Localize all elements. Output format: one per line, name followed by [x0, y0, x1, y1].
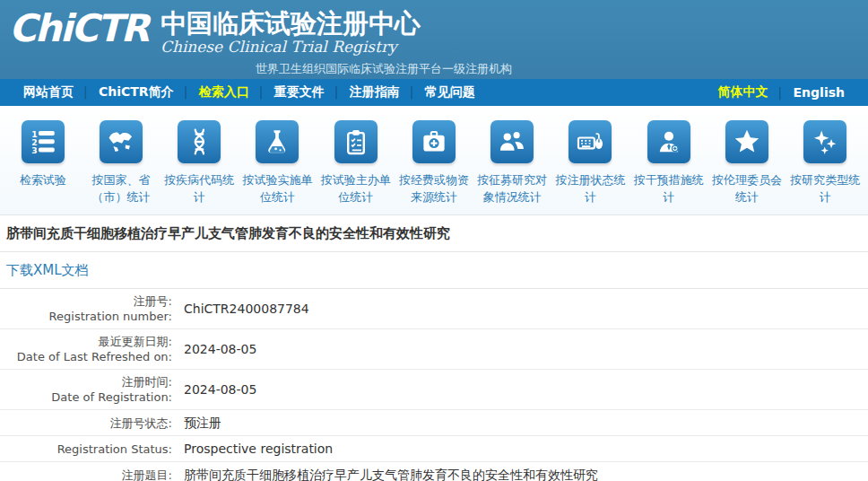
table-row: 注册号状态: 预注册	[0, 410, 868, 436]
row-label-zh: 注册号:	[0, 293, 172, 309]
flask-icon	[256, 120, 299, 163]
language-option[interactable]: 简体中文	[706, 84, 781, 101]
statistics-toolbar: 123 检索试验 按国家、省（市）统计 按疾病代码统计 按试验实施单位统计 按试…	[0, 106, 868, 215]
row-label-en: Date of Last Refreshed on:	[0, 349, 172, 364]
numbered-list-icon: 123	[22, 120, 65, 163]
language-option[interactable]: English	[781, 85, 857, 100]
row-label-zh: 注册题目:	[0, 468, 172, 481]
table-row: 注册题目: 脐带间充质干细胞移植治疗早产儿支气管肺发育不良的安全性和有效性研究	[0, 462, 868, 481]
site-header: ChiCTR 中国临床试验注册中心 Chinese Clinical Trial…	[0, 0, 868, 79]
toolbar-item[interactable]: 123 检索试验	[4, 120, 82, 214]
toolbar-item-label: 按干预措施统计	[629, 171, 707, 206]
row-labels: 注册题目:	[0, 468, 172, 481]
star-icon	[725, 120, 768, 163]
toolbar-item-label: 按疾病代码统计	[161, 171, 239, 206]
site-title-en: Chinese Clinical Trial Registry	[161, 38, 512, 56]
table-row: 注册时间: Date of Registration: 2024-08-05	[0, 370, 868, 410]
medical-kit-icon	[412, 120, 456, 163]
clipboard-icon	[334, 120, 378, 163]
row-labels: 注册号状态:	[0, 415, 172, 431]
table-row: Registration Status: Prospective registr…	[0, 436, 868, 462]
nav-item[interactable]: 检索入口	[187, 84, 262, 101]
table-row: 最近更新日期: Date of Last Refreshed on: 2024-…	[0, 329, 868, 370]
row-value: 脐带间充质干细胞移植治疗早产儿支气管肺发育不良的安全性和有效性研究	[184, 467, 607, 481]
toolbar-item-label: 按试验主办单位统计	[317, 171, 395, 206]
toolbar-item-label: 按征募研究对象情况统计	[473, 171, 551, 206]
row-value: 2024-08-05	[184, 381, 265, 398]
world-map-icon	[100, 120, 143, 163]
toolbar-item[interactable]: 按征募研究对象情况统计	[473, 120, 551, 214]
toolbar-item-label: 按国家、省（市）统计	[82, 171, 160, 206]
row-label-zh: 注册号状态:	[0, 415, 172, 431]
toolbar-item[interactable]: 按试验实施单位统计	[239, 120, 317, 214]
sparkles-icon	[803, 120, 846, 163]
row-labels: Registration Status:	[0, 442, 172, 457]
toolbar-item-label: 按试验实施单位统计	[239, 171, 317, 206]
row-value: ChiCTR2400087784	[184, 301, 318, 317]
download-bar: 下载XML文档	[0, 252, 868, 289]
nav-item[interactable]: 网站首页	[11, 84, 86, 101]
download-xml-link[interactable]: 下载XML文档	[6, 262, 89, 279]
who-platform-subtitle: 世界卫生组织国际临床试验注册平台一级注册机构	[256, 61, 512, 77]
toolbar-item[interactable]: 按研究类型统计	[786, 120, 864, 214]
chictr-logo[interactable]: ChiCTR	[9, 5, 161, 52]
row-value: 2024-08-05	[184, 341, 265, 357]
table-row: 注册号: Registration number: ChiCTR24000877…	[0, 289, 868, 329]
nav-item[interactable]: 重要文件	[262, 84, 337, 101]
main-nav: 网站首页 ChiCTR简介 检索入口 重要文件 注册指南 常见问题 简体中文 E…	[0, 79, 868, 106]
row-labels: 注册号: Registration number:	[0, 293, 172, 324]
row-labels: 最近更新日期: Date of Last Refreshed on:	[0, 334, 172, 364]
toolbar-item-label: 按经费或物资来源统计	[395, 171, 473, 206]
row-label-en: Registration Status:	[0, 442, 172, 457]
registration-details-table: 注册号: Registration number: ChiCTR24000877…	[0, 289, 868, 481]
toolbar-item-label: 检索试验	[4, 171, 82, 188]
dna-icon	[178, 120, 221, 163]
nav-item[interactable]: 常见问题	[412, 84, 488, 101]
language-switcher: 简体中文 English	[706, 79, 857, 106]
site-title-block: 中国临床试验注册中心 Chinese Clinical Trial Regist…	[161, 5, 512, 77]
toolbar-item[interactable]: 按试验主办单位统计	[317, 120, 395, 214]
nav-item[interactable]: ChiCTR简介	[86, 84, 187, 101]
nav-item[interactable]: 注册指南	[337, 84, 412, 101]
toolbar-item-label: 按研究类型统计	[786, 171, 864, 206]
row-value: 预注册	[184, 415, 230, 431]
toolbar-item-label: 按伦理委员会统计	[707, 171, 786, 206]
toolbar-item[interactable]: 按疾病代码统计	[161, 120, 239, 214]
people-icon	[490, 120, 534, 163]
site-title-zh: 中国临床试验注册中心	[161, 9, 512, 38]
toolbar-item[interactable]: 按注册状态统计	[551, 120, 629, 214]
toolbar-item[interactable]: 按国家、省（市）统计	[82, 120, 160, 214]
toolbar-item[interactable]: 按经费或物资来源统计	[395, 120, 473, 214]
row-label-zh: 最近更新日期:	[0, 334, 172, 349]
toolbar-item[interactable]: 按干预措施统计	[629, 120, 707, 214]
row-label-en: Registration number:	[0, 309, 172, 324]
toolbar-item-label: 按注册状态统计	[551, 171, 629, 206]
doctor-icon	[647, 120, 690, 163]
row-value: Prospective registration	[184, 441, 342, 457]
study-title: 脐带间充质干细胞移植治疗早产儿支气管肺发育不良的安全性和有效性研究	[0, 215, 868, 252]
row-label-en: Date of Registration:	[0, 389, 172, 405]
nav-menu: 网站首页 ChiCTR简介 检索入口 重要文件 注册指南 常见问题	[11, 79, 488, 106]
row-label-zh: 注册时间:	[0, 374, 172, 389]
row-labels: 注册时间: Date of Registration:	[0, 374, 172, 405]
keyboard-mouse-icon	[569, 120, 612, 163]
svg-text:3: 3	[31, 145, 37, 155]
toolbar-item[interactable]: 按伦理委员会统计	[707, 120, 786, 214]
